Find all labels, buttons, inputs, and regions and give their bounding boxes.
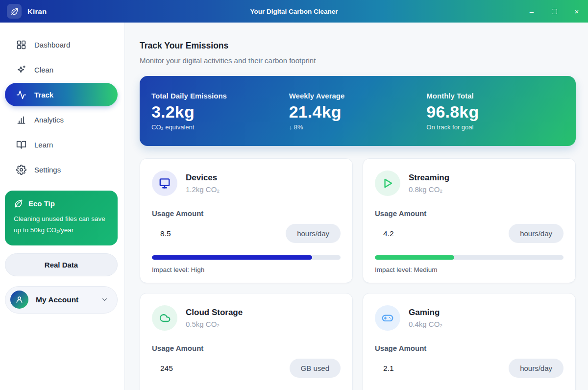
gamepad-icon (381, 312, 394, 324)
cloud-usage-input[interactable] (152, 364, 211, 373)
sidebar-item-label: Learn (34, 141, 53, 149)
card-devices: Devices 1.2kg CO₂ Usage Amount hours/day… (140, 158, 353, 283)
account-label: My Account (36, 295, 78, 304)
window-title: Your Digital Carbon Cleaner (0, 8, 588, 15)
main-content: Track Your Emissions Monitor your digita… (125, 23, 588, 390)
sidebar-item-label: Analytics (34, 116, 64, 124)
devices-icon-badge (152, 171, 177, 196)
app-logo (7, 4, 22, 19)
app-window: Kiran Your Digital Carbon Cleaner – × Da… (0, 0, 588, 390)
sidebar-item-track[interactable]: Track (5, 83, 118, 106)
gaming-usage-input[interactable] (375, 364, 434, 373)
card-title: Streaming (409, 173, 449, 183)
sidebar-item-analytics[interactable]: Analytics (5, 108, 118, 131)
card-title: Cloud Storage (186, 308, 243, 317)
stat-sub: ↓ 8% (289, 123, 427, 131)
devices-progress-fill (152, 255, 312, 260)
dashboard-grid-icon (16, 40, 26, 50)
devices-usage-input[interactable] (152, 229, 211, 238)
stat-sub: CO₂ equivalent (151, 123, 289, 131)
stat-weekly-average: Weekly Average 21.4kg ↓ 8% (289, 92, 427, 131)
sidebar-item-dashboard[interactable]: Dashboard (5, 33, 118, 56)
streaming-usage-input[interactable] (375, 229, 434, 238)
card-cloud-storage: Cloud Storage 0.5kg CO₂ Usage Amount GB … (140, 293, 353, 390)
cloud-icon (158, 312, 171, 324)
stat-value: 96.8kg (426, 102, 564, 122)
leaf-icon (14, 199, 23, 208)
leaf-icon (10, 7, 19, 16)
card-title: Gaming (409, 308, 442, 317)
app-name: Kiran (27, 7, 47, 16)
minimize-button[interactable]: – (520, 0, 543, 23)
play-icon (381, 177, 394, 190)
sidebar-item-label: Track (34, 91, 53, 99)
close-button[interactable]: × (565, 0, 588, 23)
streaming-progress-fill (375, 255, 454, 260)
devices-progress-track (152, 255, 341, 260)
emissions-summary-banner: Total Daily Emissions 3.2kg CO₂ equivale… (140, 76, 576, 146)
sidebar-item-label: Clean (34, 66, 53, 74)
usage-amount-label: Usage Amount (375, 344, 564, 352)
person-icon (15, 295, 24, 304)
real-data-button[interactable]: Real Data (5, 253, 118, 276)
eco-tip-card: Eco Tip Cleaning unused files can save u… (5, 191, 118, 245)
maximize-icon (552, 9, 557, 14)
card-streaming: Streaming 0.8kg CO₂ Usage Amount hours/d… (363, 158, 576, 283)
card-emission: 1.2kg CO₂ (186, 185, 220, 194)
page-title: Track Your Emissions (140, 41, 576, 51)
unit-badge: hours/day (509, 224, 564, 243)
stat-value: 21.4kg (289, 102, 427, 122)
card-emission: 0.8kg CO₂ (409, 185, 449, 194)
eco-tip-title: Eco Tip (28, 199, 55, 208)
card-emission: 0.4kg CO₂ (409, 320, 442, 328)
unit-badge: hours/day (286, 224, 341, 243)
sidebar-item-label: Settings (34, 166, 61, 174)
usage-amount-label: Usage Amount (152, 209, 341, 218)
stat-total-daily: Total Daily Emissions 3.2kg CO₂ equivale… (151, 92, 289, 131)
sidebar: Dashboard Clean Track Analytics (0, 23, 125, 390)
chevron-down-icon (101, 296, 108, 303)
stat-value: 3.2kg (151, 102, 289, 122)
stat-sub: On track for goal (426, 123, 564, 131)
sidebar-item-clean[interactable]: Clean (5, 58, 118, 81)
usage-amount-label: Usage Amount (152, 344, 341, 352)
card-title: Devices (186, 173, 220, 183)
streaming-progress-track (375, 255, 564, 260)
stat-label: Monthly Total (426, 92, 564, 100)
usage-amount-label: Usage Amount (375, 209, 564, 218)
usage-cards-grid: Devices 1.2kg CO₂ Usage Amount hours/day… (140, 158, 576, 390)
account-menu[interactable]: My Account (5, 286, 118, 314)
open-book-icon (16, 140, 26, 150)
maximize-button[interactable] (543, 0, 565, 23)
stat-label: Total Daily Emissions (151, 92, 289, 100)
gear-icon (16, 165, 26, 175)
card-emission: 0.5kg CO₂ (186, 320, 243, 328)
bar-chart-icon (16, 115, 26, 125)
monitor-icon (158, 177, 171, 190)
page-subtitle: Monitor your digital activities and thei… (140, 56, 576, 65)
unit-badge: hours/day (509, 359, 564, 378)
eco-tip-body: Cleaning unused files can save up to 50k… (14, 214, 109, 236)
card-gaming: Gaming 0.4kg CO₂ Usage Amount hours/day (363, 293, 576, 390)
gaming-icon-badge (375, 305, 400, 331)
streaming-icon-badge (375, 171, 400, 196)
impact-level-text: Impact level: Medium (375, 266, 564, 273)
sidebar-item-settings[interactable]: Settings (5, 158, 118, 181)
unit-badge: GB used (290, 359, 341, 378)
titlebar: Kiran Your Digital Carbon Cleaner – × (0, 0, 588, 23)
sparkles-icon (16, 65, 26, 75)
sidebar-item-learn[interactable]: Learn (5, 133, 118, 156)
stat-label: Weekly Average (289, 92, 427, 100)
stat-monthly-total: Monthly Total 96.8kg On track for goal (426, 92, 564, 131)
impact-level-text: Impact level: High (152, 266, 341, 273)
activity-icon (16, 90, 26, 100)
cloud-icon-badge (152, 305, 177, 331)
window-controls: – × (520, 0, 588, 23)
sidebar-item-label: Dashboard (34, 41, 70, 49)
avatar (10, 291, 28, 309)
